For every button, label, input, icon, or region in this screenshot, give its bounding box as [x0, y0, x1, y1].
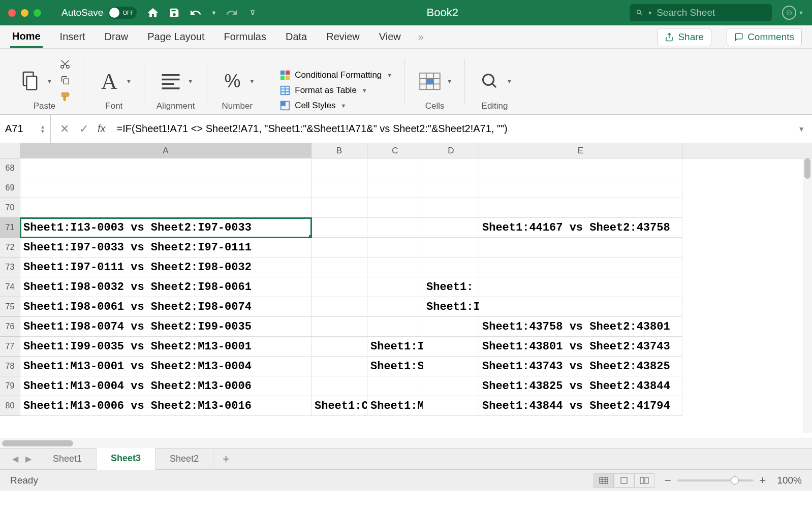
name-box[interactable]: A71 ▲▼ [0, 115, 51, 143]
font-dropdown-caret[interactable]: ▼ [126, 78, 132, 84]
cell[interactable]: Sheet1:M13-0001 vs Sheet2:M13-0004 [20, 357, 311, 376]
cell[interactable] [311, 158, 367, 178]
cell[interactable] [367, 317, 423, 337]
name-box-stepper[interactable]: ▲▼ [40, 124, 45, 134]
cell[interactable]: Sheet1: [423, 277, 479, 297]
editing-dropdown-caret[interactable]: ▼ [507, 78, 512, 84]
search-dropdown-caret[interactable]: ▼ [647, 10, 652, 16]
cell[interactable] [367, 376, 423, 396]
column-header-E[interactable]: E [479, 143, 682, 158]
cell[interactable] [20, 198, 311, 218]
cell[interactable] [423, 218, 479, 238]
number-dropdown-caret[interactable]: ▼ [249, 78, 255, 84]
feedback-icon[interactable]: ☺ [782, 6, 796, 20]
cancel-formula-icon[interactable]: ✕ [60, 122, 69, 136]
cell[interactable] [423, 258, 479, 277]
sheet-nav-next-icon[interactable]: ▶ [25, 454, 32, 464]
cell[interactable] [311, 376, 367, 396]
cell[interactable] [423, 337, 479, 357]
row-header[interactable]: 72 [0, 238, 20, 258]
cell[interactable] [423, 198, 479, 218]
cell[interactable] [311, 218, 367, 238]
cell[interactable]: Sheet1:I99-0035 vs Sheet2:M13-0001 [20, 337, 311, 357]
zoom-percentage[interactable]: 100% [777, 475, 802, 486]
tabs-overflow-icon[interactable]: » [418, 31, 424, 43]
cell[interactable] [311, 337, 367, 357]
zoom-in-button[interactable]: + [760, 474, 766, 487]
cell[interactable]: Sheet1:S [367, 357, 423, 376]
cell[interactable] [367, 198, 423, 218]
sheet-tab-sheet3[interactable]: Sheet3 [97, 448, 155, 470]
cell[interactable] [479, 277, 682, 297]
cell[interactable] [367, 178, 423, 198]
cell[interactable] [367, 277, 423, 297]
accept-formula-icon[interactable]: ✓ [79, 122, 88, 136]
cell[interactable]: Sheet1:44167 vs Sheet2:43758 [479, 218, 682, 238]
cell[interactable] [479, 297, 682, 317]
cell[interactable]: Sheet1:M [367, 396, 423, 416]
tab-data[interactable]: Data [284, 27, 309, 47]
row-header[interactable]: 69 [0, 178, 20, 198]
row-header[interactable]: 75 [0, 297, 20, 317]
cell[interactable] [311, 178, 367, 198]
cell[interactable]: Sheet1:43743 vs Sheet2:43825 [479, 357, 682, 376]
clipboard-icon[interactable] [17, 69, 43, 94]
cell[interactable] [423, 158, 479, 178]
select-all-corner[interactable] [0, 143, 20, 158]
row-header[interactable]: 70 [0, 198, 20, 218]
font-icon[interactable]: A [97, 69, 122, 94]
cell[interactable] [367, 238, 423, 258]
cell[interactable] [311, 238, 367, 258]
tab-draw[interactable]: Draw [103, 27, 131, 47]
add-sheet-button[interactable]: + [213, 453, 238, 466]
window-close-button[interactable] [8, 9, 16, 17]
row-header[interactable]: 77 [0, 337, 20, 357]
undo-dropdown-caret[interactable]: ▼ [211, 10, 216, 16]
tab-formulas[interactable]: Formulas [222, 27, 268, 47]
tab-review[interactable]: Review [324, 27, 362, 47]
home-icon[interactable] [147, 7, 159, 19]
cell[interactable]: Sheet1:I98-0032 vs Sheet2:I98-0061 [20, 277, 311, 297]
cell[interactable] [423, 238, 479, 258]
copy-icon[interactable] [59, 75, 72, 88]
cell[interactable] [367, 258, 423, 277]
format-as-table-button[interactable]: Format as Table ▼ [279, 85, 392, 96]
cell[interactable]: Sheet1:I97-0033 vs Sheet2:I97-0111 [20, 238, 311, 258]
cells-dropdown-caret[interactable]: ▼ [447, 78, 452, 84]
cell[interactable] [479, 238, 682, 258]
cell[interactable]: Sheet1:43844 vs Sheet2:41794 [479, 396, 682, 416]
window-minimize-button[interactable] [21, 9, 28, 17]
cell[interactable] [367, 158, 423, 178]
format-painter-icon[interactable] [59, 91, 72, 104]
qat-customize-icon[interactable]: ⊽ [250, 9, 255, 17]
cell[interactable] [423, 376, 479, 396]
tab-insert[interactable]: Insert [58, 27, 87, 47]
alignment-dropdown-caret[interactable]: ▼ [188, 78, 193, 84]
fx-label[interactable]: fx [98, 123, 113, 135]
search-input[interactable] [657, 7, 766, 18]
comments-button[interactable]: Comments [727, 28, 802, 46]
zoom-slider[interactable] [677, 479, 754, 481]
column-header-A[interactable]: A [20, 143, 311, 158]
view-page-break-icon[interactable] [634, 473, 654, 488]
cell[interactable]: Sheet1:I [423, 297, 479, 317]
cell[interactable]: Sheet1:I98-0061 vs Sheet2:I98-0074 [20, 297, 311, 317]
view-normal-icon[interactable] [594, 473, 614, 488]
sheet-nav-prev-icon[interactable]: ◀ [12, 454, 18, 464]
formula-bar-expand-icon[interactable]: ▼ [791, 125, 812, 133]
cell[interactable]: Sheet1:43801 vs Sheet2:43743 [479, 337, 682, 357]
cell[interactable] [423, 317, 479, 337]
column-header-B[interactable]: B [311, 143, 367, 158]
sheet-tab-sheet1[interactable]: Sheet1 [39, 448, 97, 469]
cell[interactable] [479, 258, 682, 277]
cell[interactable] [20, 158, 311, 178]
paste-dropdown-caret[interactable]: ▼ [47, 78, 52, 84]
cell[interactable]: Sheet1:I98-0074 vs Sheet2:I99-0035 [20, 317, 311, 337]
cell[interactable] [423, 396, 479, 416]
row-header[interactable]: 68 [0, 158, 20, 178]
view-page-layout-icon[interactable] [614, 473, 634, 488]
cell[interactable] [479, 198, 682, 218]
row-header[interactable]: 73 [0, 258, 20, 277]
editing-icon[interactable] [477, 69, 503, 94]
tab-home[interactable]: Home [10, 26, 43, 48]
